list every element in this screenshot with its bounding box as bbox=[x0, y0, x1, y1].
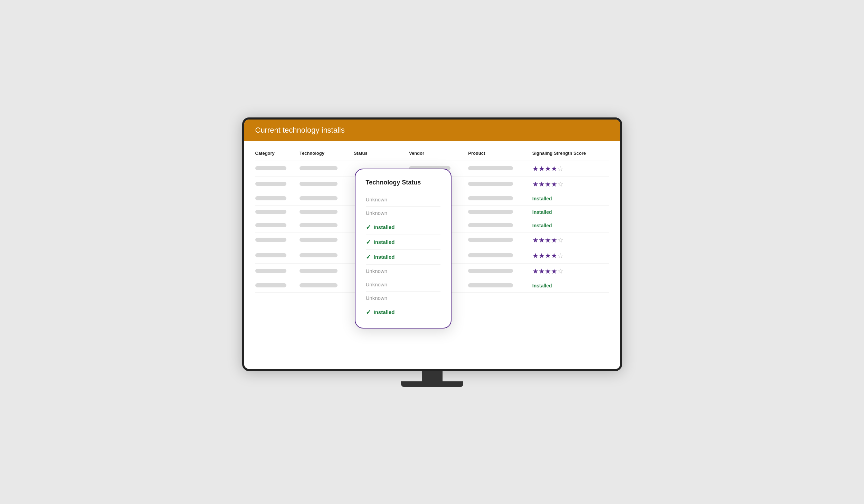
status-installed: ✓ Installed bbox=[366, 238, 440, 246]
technology-bar bbox=[300, 196, 338, 200]
status-installed: ✓ Installed bbox=[366, 308, 440, 316]
installed-text: Installed bbox=[374, 309, 395, 315]
status-unknown: Unknown bbox=[366, 268, 388, 274]
installed-text: Installed bbox=[374, 254, 395, 260]
product-bar bbox=[468, 196, 513, 200]
category-bar bbox=[255, 269, 286, 273]
category-bar bbox=[255, 253, 286, 257]
status-unknown: Unknown bbox=[366, 197, 388, 202]
technology-bar bbox=[300, 269, 338, 273]
product-bar bbox=[468, 253, 513, 257]
product-bar bbox=[468, 283, 513, 287]
popup-item: Unknown bbox=[366, 207, 440, 220]
monitor-screen: Current technology installs Category Tec… bbox=[242, 117, 622, 371]
status-unknown: Unknown bbox=[366, 282, 388, 287]
status-unknown: Unknown bbox=[366, 295, 388, 301]
technology-bar bbox=[300, 210, 338, 214]
status-installed: ✓ Installed bbox=[366, 224, 440, 231]
technology-bar bbox=[300, 283, 338, 287]
popup-item: ✓ Installed bbox=[366, 250, 440, 265]
installed-text: Installed bbox=[374, 224, 395, 230]
monitor-body: Category Technology Status Vendor Produc bbox=[244, 141, 620, 369]
technology-bar bbox=[300, 238, 338, 242]
product-bar bbox=[468, 269, 513, 273]
star-rating: ★★★★☆ bbox=[532, 180, 563, 188]
status-unknown: Unknown bbox=[366, 210, 388, 216]
popup-item: Unknown bbox=[366, 278, 440, 292]
installed-label: Installed bbox=[532, 283, 552, 288]
check-icon: ✓ bbox=[366, 224, 371, 231]
technology-status-popup: Technology Status Unknown Unknown ✓ Inst… bbox=[355, 169, 452, 329]
check-icon: ✓ bbox=[366, 308, 371, 316]
check-icon: ✓ bbox=[366, 238, 371, 246]
popup-item: Unknown bbox=[366, 292, 440, 305]
category-bar bbox=[255, 166, 286, 170]
installed-text: Installed bbox=[374, 239, 395, 245]
col-header-technology: Technology bbox=[300, 151, 354, 161]
star-rating: ★★★★☆ bbox=[532, 252, 563, 259]
popup-title: Technology Status bbox=[366, 179, 440, 186]
installed-label: Installed bbox=[532, 209, 552, 215]
popup-item: Unknown bbox=[366, 193, 440, 207]
installed-label: Installed bbox=[532, 196, 552, 201]
monitor-stand bbox=[242, 371, 622, 387]
installed-label: Installed bbox=[532, 223, 552, 228]
product-bar bbox=[468, 166, 513, 170]
col-header-product: Product bbox=[468, 151, 532, 161]
product-bar bbox=[468, 182, 513, 186]
status-installed: ✓ Installed bbox=[366, 253, 440, 261]
category-bar bbox=[255, 196, 286, 200]
product-bar bbox=[468, 210, 513, 214]
star-rating: ★★★★☆ bbox=[532, 236, 563, 244]
col-header-signaling: Signaling Strength Score bbox=[532, 151, 609, 161]
col-header-status: Status bbox=[354, 151, 409, 161]
technology-bar bbox=[300, 253, 338, 257]
col-header-category: Category bbox=[255, 151, 300, 161]
popup-item: ✓ Installed bbox=[366, 220, 440, 235]
star-rating: ★★★★☆ bbox=[532, 165, 563, 172]
technology-bar bbox=[300, 182, 338, 186]
monitor-neck bbox=[422, 371, 443, 381]
page-title: Current technology installs bbox=[255, 126, 345, 134]
category-bar bbox=[255, 210, 286, 214]
product-bar bbox=[468, 238, 513, 242]
technology-bar bbox=[300, 166, 338, 170]
category-bar bbox=[255, 238, 286, 242]
popup-item: Unknown bbox=[366, 265, 440, 278]
category-bar bbox=[255, 223, 286, 227]
monitor-base bbox=[401, 381, 463, 387]
star-rating: ★★★★☆ bbox=[532, 267, 563, 275]
technology-bar bbox=[300, 223, 338, 227]
category-bar bbox=[255, 182, 286, 186]
popup-item: ✓ Installed bbox=[366, 235, 440, 250]
monitor-header: Current technology installs bbox=[244, 120, 620, 141]
popup-item: ✓ Installed bbox=[366, 305, 440, 320]
monitor-wrapper: Current technology installs Category Tec… bbox=[242, 117, 622, 387]
check-icon: ✓ bbox=[366, 253, 371, 261]
col-header-vendor: Vendor bbox=[409, 151, 468, 161]
category-bar bbox=[255, 283, 286, 287]
product-bar bbox=[468, 223, 513, 227]
